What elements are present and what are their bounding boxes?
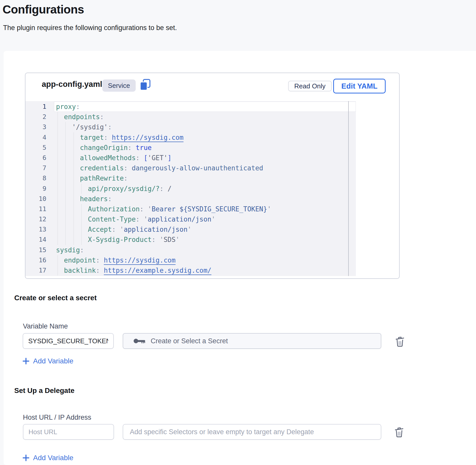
line-number: 12 xyxy=(25,214,54,224)
code-line: 4 target: https://sysdig.com xyxy=(25,132,356,143)
indent-guide xyxy=(58,235,58,245)
code-line-text: allowedMethods: ['GET'] xyxy=(54,153,356,163)
code-line-text: sysdig: xyxy=(54,245,356,255)
indent-guide xyxy=(65,204,66,214)
indent-guide xyxy=(58,143,58,153)
delete-variable-button[interactable] xyxy=(394,335,405,347)
delegate-section-heading: Set Up a Delegate xyxy=(14,387,75,395)
code-line-text: Content-Type: 'application/json' xyxy=(54,214,356,224)
code-line: 11 Authorization: 'Bearer ${SYSDIG_SECUR… xyxy=(25,204,356,214)
line-number: 2 xyxy=(25,112,54,122)
indent-guide xyxy=(74,235,74,245)
secret-selector-placeholder: Create or Select a Secret xyxy=(151,337,228,345)
indent-guide xyxy=(81,204,82,214)
indent-guide xyxy=(65,163,66,173)
indent-guide xyxy=(65,153,66,163)
code-line-text: backlink: https://example.sysdig.com/ xyxy=(54,265,356,276)
line-number: 17 xyxy=(25,265,54,276)
indent-guide xyxy=(74,184,74,194)
indent-guide xyxy=(74,204,74,214)
delegate-selector-input[interactable] xyxy=(123,424,381,440)
indent-guide xyxy=(74,143,74,153)
line-number: 7 xyxy=(25,163,54,173)
secret-section-heading: Create or select a secret xyxy=(14,294,97,302)
line-number: 4 xyxy=(25,132,54,143)
indent-guide xyxy=(81,184,82,194)
read-only-badge: Read Only xyxy=(288,81,332,91)
add-variable-button-delegate[interactable]: Add Variable xyxy=(22,454,73,462)
indent-guide xyxy=(81,235,82,245)
code-line-text: credentials: dangerously-allow-unauthent… xyxy=(54,163,356,173)
indent-guide xyxy=(65,194,66,204)
indent-guide xyxy=(58,214,58,224)
trash-icon xyxy=(395,336,405,347)
yaml-config-card: app-config.yaml Service Read Only Edit Y… xyxy=(25,73,400,279)
indent-guide xyxy=(65,224,66,235)
code-line: 16 endpoint: https://sysdig.com xyxy=(25,255,356,265)
code-line: 1proxy: xyxy=(25,102,356,112)
page-subtitle: The plugin requires the following config… xyxy=(3,24,177,32)
add-variable-button-secret[interactable]: Add Variable xyxy=(22,357,73,365)
code-lines: 1proxy:2 endpoints:3 '/sysdig':4 target:… xyxy=(25,102,356,276)
variable-name-input[interactable] xyxy=(23,333,114,349)
indent-guide xyxy=(58,122,58,132)
code-line-text: endpoints: xyxy=(54,112,356,122)
code-line: 8 pathRewrite: xyxy=(25,173,356,183)
indent-guide xyxy=(74,224,74,235)
yaml-code-editor[interactable]: 1proxy:2 endpoints:3 '/sysdig':4 target:… xyxy=(25,101,356,276)
copy-icon[interactable] xyxy=(139,78,151,91)
line-number: 16 xyxy=(25,255,54,265)
indent-guide xyxy=(74,194,74,204)
code-line-text: proxy: xyxy=(54,102,356,112)
code-line-text: changeOrigin: true xyxy=(54,143,356,153)
indent-guide xyxy=(74,153,74,163)
indent-guide xyxy=(81,224,82,235)
code-line-text: pathRewrite: xyxy=(54,173,356,183)
add-variable-label: Add Variable xyxy=(33,454,73,462)
indent-guide xyxy=(65,173,66,183)
indent-guide xyxy=(58,173,58,183)
indent-guide xyxy=(58,204,58,214)
line-number: 10 xyxy=(25,194,54,204)
code-line: 2 endpoints: xyxy=(25,112,356,122)
code-line-text: api/proxy/sysdig/?: / xyxy=(54,184,356,194)
indent-guide xyxy=(65,184,66,194)
indent-guide xyxy=(74,163,74,173)
indent-guide xyxy=(74,132,74,143)
code-line: 7 credentials: dangerously-allow-unauthe… xyxy=(25,163,356,173)
code-line-text: endpoint: https://sysdig.com xyxy=(54,255,356,265)
code-line-text: Authorization: 'Bearer ${SYSDIG_SECURE_T… xyxy=(54,204,356,214)
edit-yaml-button[interactable]: Edit YAML xyxy=(333,79,386,93)
indent-guide xyxy=(58,255,58,265)
host-url-label: Host URL / IP Address xyxy=(23,414,91,421)
trash-icon xyxy=(394,426,404,437)
line-number: 6 xyxy=(25,153,54,163)
indent-guide xyxy=(58,184,58,194)
code-line: 14 X-Sysdig-Product: 'SDS' xyxy=(25,235,356,245)
scrollbar-thumb[interactable] xyxy=(348,101,349,276)
code-line: 12 Content-Type: 'application/json' xyxy=(25,214,356,224)
line-number: 13 xyxy=(25,224,54,235)
line-number: 5 xyxy=(25,143,54,153)
plus-icon xyxy=(22,358,30,365)
code-line-text: '/sysdig': xyxy=(54,122,356,132)
secret-selector-field[interactable]: Create or Select a Secret xyxy=(123,333,381,349)
code-line-text: headers: xyxy=(54,194,356,204)
variable-name-label: Variable Name xyxy=(23,322,68,330)
page-title: Configurations xyxy=(3,3,84,16)
service-badge: Service xyxy=(102,79,136,92)
line-number: 8 xyxy=(25,173,54,183)
indent-guide xyxy=(74,173,74,183)
code-line: 6 allowedMethods: ['GET'] xyxy=(25,153,356,163)
indent-guide xyxy=(65,132,66,143)
host-url-input[interactable] xyxy=(23,424,114,440)
indent-guide xyxy=(58,163,58,173)
code-line: 5 changeOrigin: true xyxy=(25,143,356,153)
delete-delegate-button[interactable] xyxy=(394,426,405,438)
copy-icon xyxy=(139,78,151,91)
indent-guide xyxy=(58,153,58,163)
line-number: 15 xyxy=(25,245,54,255)
key-icon xyxy=(133,338,146,344)
indent-guide xyxy=(65,214,66,224)
code-line-text: target: https://sysdig.com xyxy=(54,132,356,143)
